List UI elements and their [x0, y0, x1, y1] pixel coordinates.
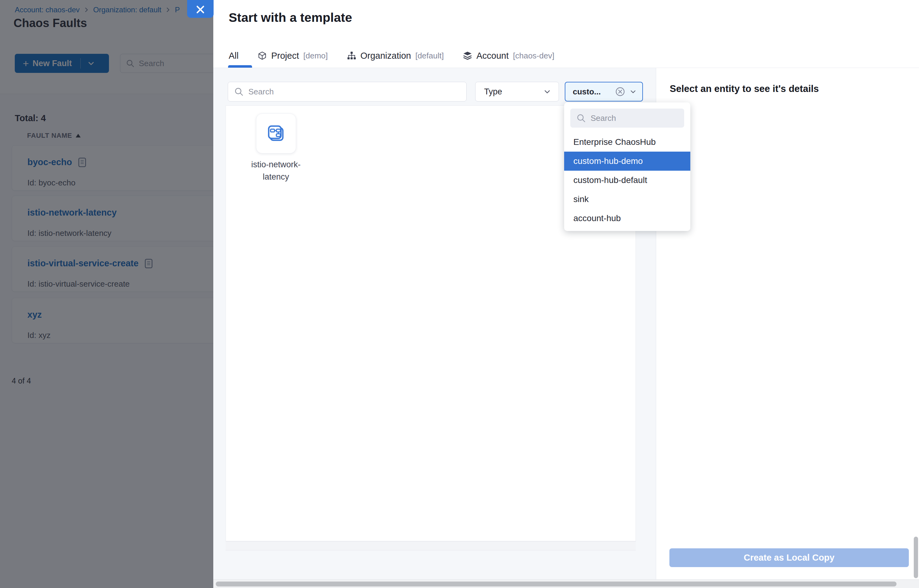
- template-search-field[interactable]: [228, 82, 467, 102]
- vertical-scrollbar-thumb[interactable]: [914, 536, 918, 578]
- tab-scope-badge: [default]: [415, 51, 444, 61]
- template-tile: [256, 113, 296, 153]
- create-as-local-copy-button[interactable]: Create as Local Copy: [669, 548, 909, 567]
- hub-filter-value: custo...: [573, 87, 611, 97]
- cube-icon: [258, 51, 267, 60]
- hub-filter-select[interactable]: custo...: [565, 82, 643, 102]
- chaos-template-icon: [266, 124, 286, 143]
- horizontal-scrollbar-track: [213, 579, 919, 588]
- tab-all[interactable]: All: [229, 51, 238, 61]
- close-icon: [195, 4, 206, 15]
- close-button[interactable]: [187, 0, 214, 18]
- chevron-down-icon: [629, 88, 637, 95]
- search-icon: [234, 87, 243, 96]
- template-name: istio-network-latency: [243, 158, 309, 183]
- hub-dropdown-search-input[interactable]: [591, 113, 678, 123]
- chevron-down-icon: [543, 88, 551, 95]
- template-search-input[interactable]: [248, 87, 460, 97]
- scope-tabs: All Project [demo] Organization [default…: [229, 46, 554, 65]
- hub-option-enterprise-chaoshub[interactable]: Enterprise ChaosHub: [564, 132, 690, 152]
- hub-dropdown-search-field[interactable]: [570, 108, 684, 128]
- hub-option-sink[interactable]: sink: [564, 190, 690, 209]
- tab-scope-badge: [demo]: [303, 51, 328, 61]
- details-empty-message: Select an entity to see it's details: [670, 83, 819, 94]
- template-grid-footer: [225, 541, 636, 551]
- layers-icon: [463, 51, 472, 60]
- hub-dropdown-menu: Enterprise ChaosHub custom-hub-demo cust…: [564, 102, 690, 231]
- clear-filter-icon[interactable]: [615, 87, 625, 97]
- hierarchy-icon: [347, 51, 356, 60]
- modal-title: Start with a template: [229, 10, 352, 25]
- tab-account[interactable]: Account [chaos-dev]: [463, 51, 554, 61]
- hub-option-custom-hub-default[interactable]: custom-hub-default: [564, 171, 690, 190]
- details-panel: Select an entity to see it's details Cre…: [656, 68, 919, 579]
- tab-organization[interactable]: Organization [default]: [347, 51, 444, 61]
- start-with-template-drawer: Start with a template All Project [demo]…: [213, 0, 919, 588]
- hub-option-account-hub[interactable]: account-hub: [564, 209, 690, 228]
- horizontal-scrollbar-thumb[interactable]: [216, 582, 896, 586]
- template-card-istio-network-latency[interactable]: istio-network-latency: [243, 113, 309, 183]
- tab-scope-badge: [chaos-dev]: [513, 51, 554, 61]
- hub-option-custom-hub-demo[interactable]: custom-hub-demo: [564, 152, 690, 171]
- type-filter-select[interactable]: Type: [475, 82, 559, 102]
- tab-project[interactable]: Project [demo]: [258, 51, 328, 61]
- search-icon: [577, 113, 586, 123]
